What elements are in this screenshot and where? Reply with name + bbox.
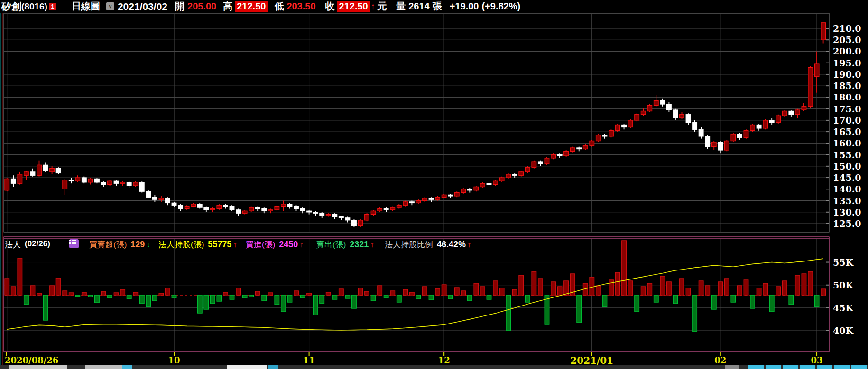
background-window-fragment[interactable]	[85, 365, 122, 369]
price-tick-label: 160.0	[833, 138, 864, 148]
legend-holdings-ratio: 法人持股比例46.42%↑	[385, 239, 471, 250]
up-arrow-icon: ↑	[299, 240, 304, 249]
holdings-tick-label: 45K	[833, 303, 864, 313]
x-axis-label: 2020/08/26	[5, 355, 58, 366]
holdings-tick-label: 50K	[833, 280, 864, 290]
legend-value: 2450	[279, 240, 298, 249]
stock-chart-window: 矽創(8016) 1 日線圖 ∨ 2021/03/02 開 205.00 高 2…	[0, 0, 868, 369]
candlestick-chart-canvas[interactable]	[0, 0, 868, 369]
price-tick-label: 165.0	[833, 126, 864, 137]
price-tick-label: 140.0	[833, 184, 864, 194]
up-arrow-icon: ↑	[233, 240, 237, 249]
price-tick-label: 135.0	[833, 196, 864, 206]
legend-label: 賣出(張)	[316, 240, 346, 249]
background-window-fragment[interactable]	[851, 365, 867, 369]
up-arrow-icon: ↑	[370, 240, 374, 249]
price-tick-label: 200.0	[833, 46, 864, 56]
legend-holdings: 法人持股(張)55775↑	[158, 239, 237, 250]
background-windows-strip[interactable]	[0, 365, 868, 369]
price-tick-label: 130.0	[833, 207, 864, 217]
holdings-tick-label: 55K	[833, 257, 864, 268]
legend-label: 買進(張)	[246, 240, 275, 249]
down-arrow-icon: ↓	[146, 240, 150, 249]
background-window-fragment[interactable]	[817, 365, 832, 369]
background-window-fragment[interactable]	[122, 365, 132, 369]
legend-value: 46.42%	[437, 240, 466, 249]
background-window-fragment[interactable]	[268, 365, 278, 369]
background-window-fragment[interactable]	[834, 365, 850, 369]
background-window-fragment[interactable]	[725, 365, 739, 369]
up-arrow-icon: ↑	[467, 240, 471, 249]
list-glyph	[69, 239, 76, 245]
price-tick-label: 170.0	[833, 115, 864, 126]
price-tick-label: 145.0	[833, 172, 864, 183]
background-window-fragment[interactable]	[800, 365, 815, 369]
price-tick-label: 175.0	[833, 104, 864, 114]
legend-net-buy-sell: 買賣超(張)129↓	[89, 239, 150, 250]
background-window-fragment[interactable]	[766, 365, 781, 369]
x-axis-label: 12	[420, 355, 468, 366]
price-tick-label: 190.0	[833, 69, 864, 80]
x-axis-label: 10	[150, 355, 198, 366]
x-axis-label: 03	[793, 355, 840, 366]
price-tick-label: 125.0	[833, 218, 864, 229]
legend-value: 129	[130, 240, 145, 249]
x-axis-label: 2021/01	[568, 355, 616, 366]
panel-title: 法人	[5, 239, 21, 250]
x-axis-label: 11	[286, 355, 333, 366]
price-tick-label: 210.0	[833, 23, 864, 34]
legend-list-icon[interactable]	[69, 239, 79, 248]
panel-data-date: (02/26)	[25, 239, 50, 249]
background-window-fragment[interactable]	[9, 365, 67, 369]
background-window-fragment[interactable]	[783, 365, 798, 369]
legend-buy: 買進(張)2450↑	[246, 239, 304, 250]
background-window-fragment[interactable]	[748, 365, 764, 369]
legend-value: 55775	[208, 240, 231, 249]
background-window-fragment[interactable]	[227, 365, 267, 369]
legend-value: 2321	[350, 240, 369, 249]
institutional-panel-legend: 法人 (02/26) 買賣超(張)129↓ 法人持股(張)55775↑ 買進(張…	[0, 238, 828, 250]
price-tick-label: 195.0	[833, 58, 864, 68]
legend-sell: 賣出(張)2321↑	[316, 239, 374, 250]
price-tick-label: 155.0	[833, 150, 864, 160]
price-tick-label: 180.0	[833, 92, 864, 102]
price-tick-label: 205.0	[833, 35, 864, 45]
price-tick-label: 150.0	[833, 161, 864, 171]
price-tick-label: 185.0	[833, 81, 864, 91]
x-axis-label: 02	[697, 355, 744, 366]
legend-label: 法人持股(張)	[158, 240, 204, 249]
holdings-tick-label: 40K	[833, 325, 864, 336]
legend-label: 買賣超(張)	[89, 240, 127, 249]
legend-label: 法人持股比例	[385, 240, 433, 249]
